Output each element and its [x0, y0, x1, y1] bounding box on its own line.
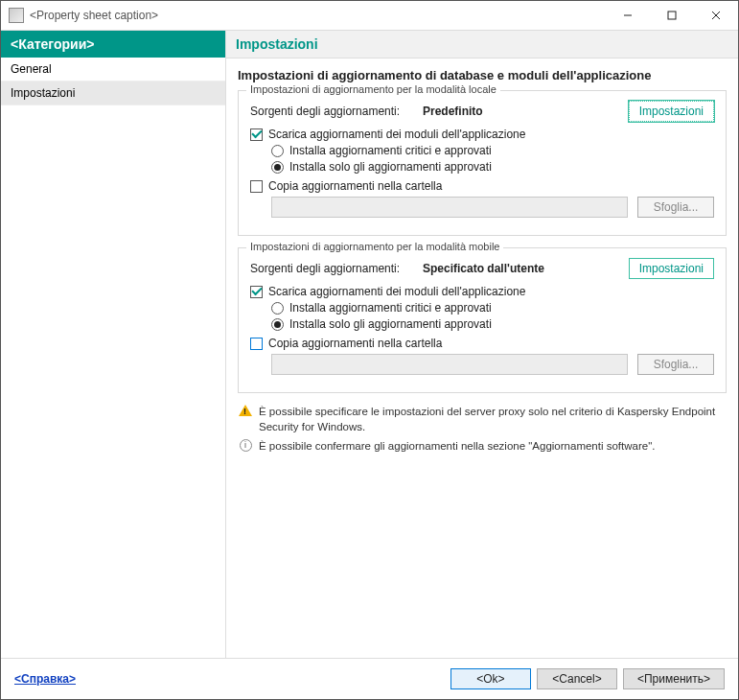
warning-icon — [238, 405, 253, 434]
mobile-radio-approved[interactable]: Installa solo gli aggiornamenti approvat… — [271, 317, 714, 331]
radio-label: Installa aggiornamenti critici e approva… — [289, 144, 492, 157]
radio-icon — [271, 161, 284, 174]
mobile-browse-button[interactable]: Sfoglia... — [637, 354, 714, 375]
local-copy-checkbox[interactable]: Copia aggiornamenti nella cartella — [250, 179, 714, 193]
info-icon: i — [238, 439, 253, 455]
radio-label: Installa solo gli aggiornamenti approvat… — [289, 317, 492, 331]
mobile-folder-input[interactable] — [271, 354, 628, 375]
apply-button[interactable]: <Применить> — [623, 668, 725, 689]
checkbox-icon — [250, 286, 263, 298]
maximize-button[interactable] — [650, 1, 694, 30]
radio-icon — [271, 302, 284, 315]
titlebar: <Property sheet caption> — [1, 1, 738, 30]
sidebar-item-label: General — [11, 62, 52, 76]
sources-value: Predefinito — [423, 105, 483, 118]
sidebar-item-impostazioni[interactable]: Impostazioni — [1, 82, 225, 105]
local-radio-critical[interactable]: Installa aggiornamenti critici e approva… — [271, 144, 714, 157]
window-title: <Property sheet caption> — [30, 9, 606, 22]
warning-text: È possibile specificare le impostazioni … — [259, 405, 727, 434]
mobile-settings-button[interactable]: Impostazioni — [629, 258, 714, 279]
sources-label: Sorgenti degli aggiornamenti: — [250, 262, 423, 275]
mobile-radio-critical[interactable]: Installa aggiornamenti critici e approva… — [271, 301, 714, 315]
mobile-copy-checkbox[interactable]: Copia aggiornamenti nella cartella — [250, 337, 714, 350]
checkbox-label: Copia aggiornamenti nella cartella — [268, 179, 442, 193]
content-body: Impostazioni di aggiornamento di databas… — [226, 58, 738, 469]
group-local: Impostazioni di aggiornamento per la mod… — [238, 90, 727, 236]
app-icon — [9, 8, 24, 23]
radio-icon — [271, 145, 284, 157]
footer: <Справка> <Ok> <Cancel> <Применить> — [1, 658, 738, 699]
local-radio-approved[interactable]: Installa solo gli aggiornamenti approvat… — [271, 160, 714, 174]
local-settings-button[interactable]: Impostazioni — [629, 101, 714, 122]
sources-label: Sorgenti degli aggiornamenti: — [250, 105, 423, 118]
close-button[interactable] — [694, 1, 738, 30]
group-mobile-legend: Impostazioni di aggiornamento per la mod… — [246, 241, 503, 252]
radio-label: Installa solo gli aggiornamenti approvat… — [289, 160, 492, 174]
proxy-warning: È possibile specificare le impostazioni … — [238, 405, 727, 434]
section-title: Impostazioni di aggiornamento di databas… — [238, 68, 727, 82]
help-link[interactable]: <Справка> — [14, 672, 76, 686]
local-folder-input[interactable] — [271, 197, 628, 218]
sidebar: <Категории> General Impostazioni — [1, 31, 226, 658]
content-header: Impostazioni — [226, 31, 738, 58]
sidebar-item-label: Impostazioni — [11, 86, 75, 100]
cancel-button[interactable]: <Cancel> — [537, 668, 617, 689]
mobile-download-checkbox[interactable]: Scarica aggiornamenti dei moduli dell'ap… — [250, 285, 714, 298]
info-text: È possibile confermare gli aggiornamenti… — [259, 439, 655, 455]
sidebar-header: <Категории> — [1, 31, 225, 58]
content: Impostazioni Impostazioni di aggiornamen… — [226, 31, 738, 658]
local-download-checkbox[interactable]: Scarica aggiornamenti dei moduli dell'ap… — [250, 128, 714, 141]
body: <Категории> General Impostazioni Imposta… — [1, 30, 738, 658]
checkbox-icon — [250, 128, 263, 141]
checkbox-label: Copia aggiornamenti nella cartella — [268, 337, 442, 350]
radio-icon — [271, 318, 284, 331]
checkbox-icon — [250, 338, 263, 350]
group-mobile: Impostazioni di aggiornamento per la mod… — [238, 247, 727, 393]
sources-value: Specificato dall'utente — [423, 262, 544, 275]
sidebar-item-general[interactable]: General — [1, 58, 225, 82]
minimize-button[interactable] — [606, 1, 650, 30]
local-browse-button[interactable]: Sfoglia... — [637, 197, 714, 218]
checkbox-label: Scarica aggiornamenti dei moduli dell'ap… — [268, 128, 525, 141]
checkbox-label: Scarica aggiornamenti dei moduli dell'ap… — [268, 285, 525, 298]
group-local-legend: Impostazioni di aggiornamento per la mod… — [246, 83, 500, 95]
ok-button[interactable]: <Ok> — [450, 668, 531, 689]
svg-rect-1 — [668, 12, 676, 19]
checkbox-icon — [250, 180, 263, 193]
info-note: i È possibile confermare gli aggiornamen… — [238, 439, 727, 455]
property-sheet-window: <Property sheet caption> <Категории> Gen… — [0, 0, 739, 700]
radio-label: Installa aggiornamenti critici e approva… — [289, 301, 492, 315]
